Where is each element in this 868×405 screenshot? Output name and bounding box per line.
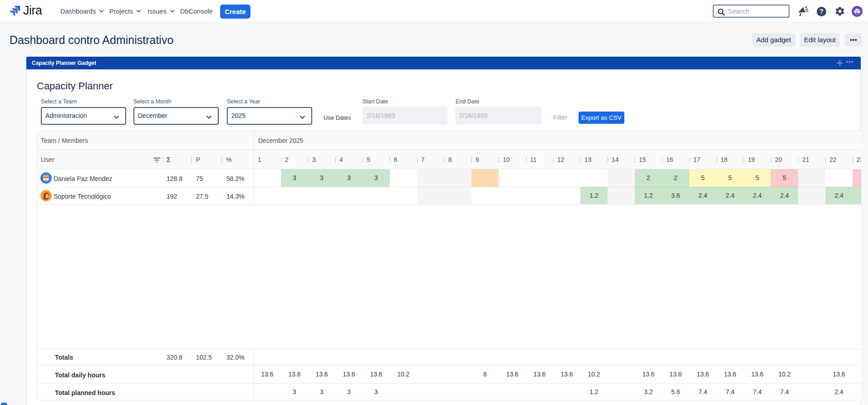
svg-text:?: ? — [819, 8, 823, 15]
